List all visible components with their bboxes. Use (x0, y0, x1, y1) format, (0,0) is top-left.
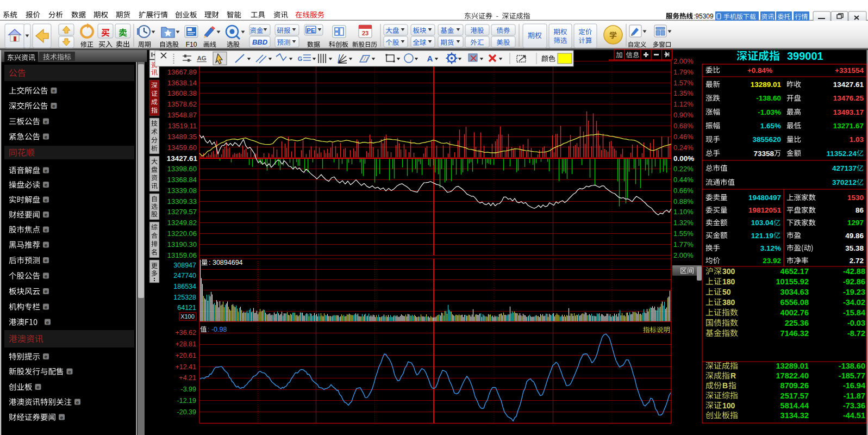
svg-text:2.00%: 2.00% (673, 251, 694, 259)
svg-text:399001: 399001 (787, 50, 823, 62)
svg-text:23: 23 (362, 30, 369, 36)
svg-text:+0.84%: +0.84% (747, 66, 772, 74)
svg-text:-16.94: -16.94 (843, 381, 865, 390)
svg-text:73358: 73358 (753, 150, 774, 158)
svg-text:5814.44: 5814.44 (780, 401, 809, 410)
svg-text:0.00%: 0.00% (673, 154, 694, 163)
svg-text:1.77%: 1.77% (673, 240, 694, 248)
svg-text:e: e (45, 167, 47, 173)
svg-text:e: e (60, 414, 63, 420)
svg-text:e: e (45, 304, 47, 310)
svg-text:13578.62: 13578.62 (167, 100, 197, 108)
svg-text:e: e (36, 384, 39, 390)
svg-text:13368.84: 13368.84 (167, 176, 197, 184)
svg-text:121.19: 121.19 (751, 232, 773, 240)
svg-text:13398.60: 13398.60 (167, 165, 197, 173)
svg-text:1297: 1297 (847, 219, 864, 227)
svg-text:308947: 308947 (173, 262, 196, 269)
svg-text:300: 300 (722, 267, 735, 276)
svg-text:3034.63: 3034.63 (780, 288, 809, 296)
svg-text:125328: 125328 (173, 294, 196, 301)
svg-text:50: 50 (722, 288, 731, 296)
svg-text:-20.39: -20.39 (177, 408, 196, 416)
svg-text:19480497: 19480497 (748, 194, 781, 202)
svg-text:186534: 186534 (173, 283, 196, 290)
svg-text:13220.06: 13220.06 (167, 229, 197, 238)
svg-text:-73.36: -73.36 (843, 401, 865, 410)
svg-text:e: e (45, 119, 47, 125)
svg-text:e: e (68, 369, 71, 375)
svg-text:X100: X100 (180, 313, 195, 320)
svg-text:e: e (45, 134, 47, 140)
svg-text:11352.24: 11352.24 (826, 150, 857, 158)
svg-text:AG: AG (197, 55, 206, 61)
svg-text:e: e (76, 399, 79, 405)
svg-text:3.12%: 3.12% (760, 244, 781, 252)
svg-text:3134.32: 3134.32 (780, 411, 809, 420)
svg-text:225.36: 225.36 (785, 319, 809, 327)
svg-text:13271.67: 13271.67 (833, 122, 864, 130)
svg-text:e: e (52, 103, 55, 109)
svg-text:0.22%: 0.22% (673, 165, 694, 173)
svg-text:1.57%: 1.57% (673, 79, 694, 87)
svg-text:1.12%: 1.12% (673, 100, 694, 108)
svg-text:13459.60: 13459.60 (167, 144, 197, 152)
svg-text:1530: 1530 (847, 194, 864, 202)
svg-text:2517.57: 2517.57 (780, 391, 809, 400)
svg-text:1.35%: 1.35% (673, 89, 694, 97)
svg-text:-3.99: -3.99 (181, 386, 197, 393)
svg-text:13608.38: 13608.38 (167, 89, 197, 97)
svg-text:1.79%: 1.79% (673, 68, 694, 76)
svg-text:e: e (45, 182, 47, 188)
svg-text:: 30894694: : 30894694 (209, 259, 243, 266)
svg-text:13427.61: 13427.61 (833, 80, 864, 89)
svg-text:e: e (45, 273, 47, 279)
svg-text:13279.57: 13279.57 (167, 208, 197, 216)
svg-text:e: e (46, 319, 49, 325)
svg-text:13427.61: 13427.61 (167, 154, 198, 163)
svg-text:7146.32: 7146.32 (780, 329, 809, 338)
svg-text:e: e (45, 353, 47, 359)
svg-text:e: e (45, 288, 47, 294)
svg-text:6556.08: 6556.08 (780, 298, 809, 307)
svg-text:4652.17: 4652.17 (780, 267, 809, 276)
svg-text:1.55%: 1.55% (673, 229, 694, 238)
svg-text:0.46%: 0.46% (673, 133, 694, 141)
svg-text:B: B (722, 381, 728, 390)
svg-text:BBD: BBD (252, 38, 268, 46)
svg-text:-1.03%: -1.03% (758, 108, 781, 116)
svg-text:-12.19: -12.19 (177, 397, 196, 405)
svg-text:e: e (52, 88, 55, 94)
svg-text:13519.11: 13519.11 (168, 122, 197, 130)
svg-text:0.44%: 0.44% (673, 176, 694, 184)
svg-text:13548.87: 13548.87 (167, 111, 197, 119)
svg-text:380: 380 (722, 298, 735, 307)
svg-text:0.66%: 0.66% (673, 187, 694, 195)
svg-text:1.10%: 1.10% (673, 208, 694, 216)
svg-text:G: G (298, 55, 303, 62)
svg-text:-15.84: -15.84 (843, 308, 865, 317)
svg-text:-19.23: -19.23 (843, 288, 865, 296)
svg-text:+36.62: +36.62 (175, 329, 196, 337)
svg-text:13667.89: 13667.89 (167, 68, 197, 76)
svg-text:1.65%: 1.65% (760, 122, 781, 130)
svg-text:1.03: 1.03 (850, 135, 864, 144)
svg-text:64121: 64121 (177, 304, 196, 312)
svg-text:49.86: 49.86 (845, 232, 864, 240)
svg-text:-185.77: -185.77 (839, 371, 865, 380)
svg-text:8709.26: 8709.26 (780, 381, 809, 390)
svg-text:e: e (45, 212, 47, 217)
svg-text:17822.40: 17822.40 (776, 371, 809, 380)
svg-text:+28.81: +28.81 (175, 340, 196, 348)
svg-text:13309.33: 13309.33 (167, 197, 197, 206)
svg-text:F10: F10 (186, 41, 197, 48)
svg-text:247740: 247740 (173, 272, 196, 279)
svg-text:+4.21: +4.21 (179, 374, 196, 382)
svg-text:180: 180 (722, 277, 735, 286)
svg-text:-44.51: -44.51 (843, 411, 865, 420)
svg-text:23.92: 23.92 (763, 257, 781, 265)
svg-text:103.04: 103.04 (751, 219, 774, 227)
svg-text:13493.17: 13493.17 (833, 108, 864, 116)
svg-text:13190.30: 13190.30 (167, 240, 197, 248)
svg-text:10155.92: 10155.92 (776, 277, 809, 286)
